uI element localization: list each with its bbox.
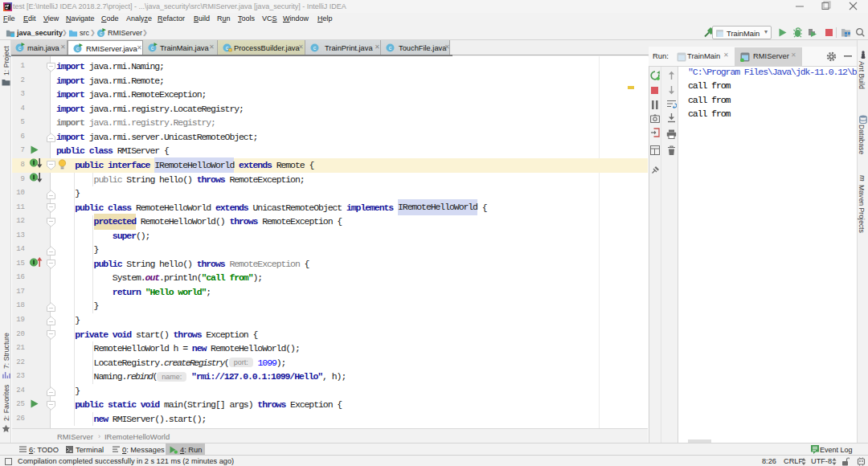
svg-text:c: c [313,45,317,51]
svg-text:c: c [226,45,229,51]
svg-text:c: c [18,45,22,51]
svg-text:c: c [151,45,154,51]
svg-text:c: c [389,45,392,51]
svg-text:c: c [76,46,80,51]
